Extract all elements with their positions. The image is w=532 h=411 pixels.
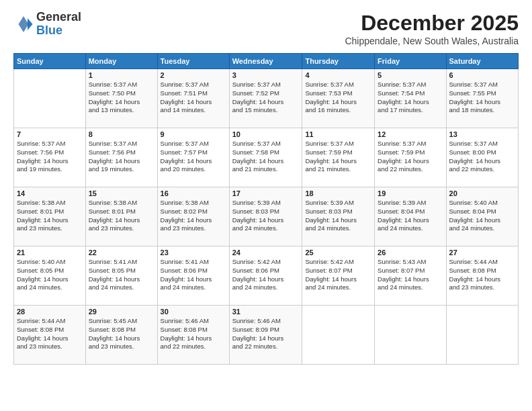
day-info: Sunrise: 5:37 AM Sunset: 7:58 PM Dayligh… [232,140,300,174]
day-number: 27 [449,248,515,257]
day-number: 24 [232,248,300,257]
calendar-cell: 3Sunrise: 5:37 AM Sunset: 7:52 PM Daylig… [229,69,302,128]
day-info: Sunrise: 5:37 AM Sunset: 7:50 PM Dayligh… [89,81,154,115]
day-number: 14 [17,189,83,197]
weekday-header-sunday: Sunday [14,54,86,69]
calendar-cell: 9Sunrise: 5:37 AM Sunset: 7:57 PM Daylig… [157,128,229,187]
weekday-header-saturday: Saturday [446,54,518,69]
calendar-cell: 21Sunrise: 5:40 AM Sunset: 8:05 PM Dayli… [14,246,86,306]
day-number: 11 [305,130,371,138]
day-number: 9 [161,130,226,138]
day-number: 23 [161,248,226,257]
calendar-cell: 8Sunrise: 5:37 AM Sunset: 7:56 PM Daylig… [85,128,157,187]
weekday-header-wednesday: Wednesday [229,54,302,69]
calendar-cell: 12Sunrise: 5:37 AM Sunset: 7:59 PM Dayli… [375,128,446,187]
weekday-row: SundayMondayTuesdayWednesdayThursdayFrid… [14,54,519,69]
calendar-body: 1Sunrise: 5:37 AM Sunset: 7:50 PM Daylig… [14,69,519,365]
day-info: Sunrise: 5:45 AM Sunset: 8:08 PM Dayligh… [89,317,154,351]
day-info: Sunrise: 5:37 AM Sunset: 7:59 PM Dayligh… [305,140,371,174]
day-info: Sunrise: 5:37 AM Sunset: 7:55 PM Dayligh… [449,81,515,115]
day-info: Sunrise: 5:38 AM Sunset: 8:01 PM Dayligh… [89,199,154,233]
logo-text: General Blue [36,11,81,38]
svg-marker-1 [19,16,29,32]
calendar-cell: 2Sunrise: 5:37 AM Sunset: 7:51 PM Daylig… [157,69,229,128]
day-info: Sunrise: 5:37 AM Sunset: 8:00 PM Dayligh… [449,140,515,174]
day-number: 26 [378,248,443,257]
day-info: Sunrise: 5:42 AM Sunset: 8:06 PM Dayligh… [232,258,300,292]
location-subtitle: Chippendale, New South Wales, Australia [345,36,519,46]
calendar-cell: 1Sunrise: 5:37 AM Sunset: 7:50 PM Daylig… [85,69,157,128]
calendar-cell: 22Sunrise: 5:41 AM Sunset: 8:05 PM Dayli… [85,246,157,306]
weekday-header-friday: Friday [375,54,446,69]
calendar-cell: 25Sunrise: 5:42 AM Sunset: 8:07 PM Dayli… [302,246,375,306]
calendar-cell: 19Sunrise: 5:39 AM Sunset: 8:04 PM Dayli… [375,187,446,246]
week-row-2: 7Sunrise: 5:37 AM Sunset: 7:56 PM Daylig… [14,128,519,187]
weekday-header-tuesday: Tuesday [157,54,229,69]
calendar-cell: 20Sunrise: 5:40 AM Sunset: 8:04 PM Dayli… [446,187,518,246]
weekday-header-thursday: Thursday [302,54,375,69]
calendar-cell: 16Sunrise: 5:38 AM Sunset: 8:02 PM Dayli… [157,187,229,246]
day-number: 13 [449,130,515,138]
calendar-cell: 17Sunrise: 5:39 AM Sunset: 8:03 PM Dayli… [229,187,302,246]
calendar-cell: 13Sunrise: 5:37 AM Sunset: 8:00 PM Dayli… [446,128,518,187]
day-info: Sunrise: 5:37 AM Sunset: 7:53 PM Dayligh… [305,81,371,115]
day-info: Sunrise: 5:44 AM Sunset: 8:08 PM Dayligh… [449,258,515,292]
day-info: Sunrise: 5:40 AM Sunset: 8:04 PM Dayligh… [449,199,515,233]
logo: General Blue [13,11,81,38]
day-number: 21 [17,248,83,257]
logo-general: General [36,10,81,24]
page: General Blue December 2025 Chippendale, … [0,0,532,411]
day-number: 6 [449,71,515,79]
calendar-cell [375,306,446,365]
day-info: Sunrise: 5:41 AM Sunset: 8:05 PM Dayligh… [89,258,154,292]
day-number: 5 [378,71,443,79]
day-info: Sunrise: 5:37 AM Sunset: 7:51 PM Dayligh… [161,81,226,115]
day-number: 20 [449,189,515,197]
week-row-1: 1Sunrise: 5:37 AM Sunset: 7:50 PM Daylig… [14,69,519,128]
day-number: 17 [232,189,300,197]
calendar-cell: 18Sunrise: 5:39 AM Sunset: 8:03 PM Dayli… [302,187,375,246]
day-number: 8 [89,130,154,138]
day-number: 25 [305,248,371,257]
calendar-cell: 24Sunrise: 5:42 AM Sunset: 8:06 PM Dayli… [229,246,302,306]
calendar-cell: 15Sunrise: 5:38 AM Sunset: 8:01 PM Dayli… [85,187,157,246]
day-number: 28 [17,308,83,316]
calendar-cell: 27Sunrise: 5:44 AM Sunset: 8:08 PM Dayli… [446,246,518,306]
day-number: 22 [89,248,154,257]
day-number: 2 [161,71,226,79]
week-row-4: 21Sunrise: 5:40 AM Sunset: 8:05 PM Dayli… [14,246,519,306]
calendar-cell: 6Sunrise: 5:37 AM Sunset: 7:55 PM Daylig… [446,69,518,128]
calendar-header: SundayMondayTuesdayWednesdayThursdayFrid… [14,54,519,69]
day-info: Sunrise: 5:39 AM Sunset: 8:03 PM Dayligh… [232,199,300,233]
day-number: 7 [17,130,83,138]
day-number: 10 [232,130,300,138]
day-number: 1 [89,71,154,79]
calendar-cell: 4Sunrise: 5:37 AM Sunset: 7:53 PM Daylig… [302,69,375,128]
day-number: 15 [89,189,154,197]
calendar-cell: 10Sunrise: 5:37 AM Sunset: 7:58 PM Dayli… [229,128,302,187]
day-info: Sunrise: 5:37 AM Sunset: 7:56 PM Dayligh… [89,140,154,174]
calendar-cell: 11Sunrise: 5:37 AM Sunset: 7:59 PM Dayli… [302,128,375,187]
day-info: Sunrise: 5:38 AM Sunset: 8:01 PM Dayligh… [17,199,83,233]
week-row-5: 28Sunrise: 5:44 AM Sunset: 8:08 PM Dayli… [14,306,519,365]
weekday-header-monday: Monday [85,54,157,69]
day-number: 16 [161,189,226,197]
day-number: 31 [232,308,300,316]
calendar-cell: 5Sunrise: 5:37 AM Sunset: 7:54 PM Daylig… [375,69,446,128]
day-info: Sunrise: 5:39 AM Sunset: 8:04 PM Dayligh… [378,199,443,233]
calendar-cell [302,306,375,365]
day-number: 4 [305,71,371,79]
day-number: 19 [378,189,443,197]
day-number: 3 [232,71,300,79]
calendar-cell [446,306,518,365]
day-info: Sunrise: 5:37 AM Sunset: 7:56 PM Dayligh… [17,140,83,174]
day-info: Sunrise: 5:40 AM Sunset: 8:05 PM Dayligh… [17,258,83,292]
day-info: Sunrise: 5:43 AM Sunset: 8:07 PM Dayligh… [378,258,443,292]
day-info: Sunrise: 5:46 AM Sunset: 8:09 PM Dayligh… [232,317,300,351]
day-info: Sunrise: 5:37 AM Sunset: 7:57 PM Dayligh… [161,140,226,174]
calendar-cell: 30Sunrise: 5:46 AM Sunset: 8:08 PM Dayli… [157,306,229,365]
day-number: 12 [378,130,443,138]
day-info: Sunrise: 5:39 AM Sunset: 8:03 PM Dayligh… [305,199,371,233]
calendar-table: SundayMondayTuesdayWednesdayThursdayFrid… [13,53,519,365]
day-number: 30 [161,308,226,316]
